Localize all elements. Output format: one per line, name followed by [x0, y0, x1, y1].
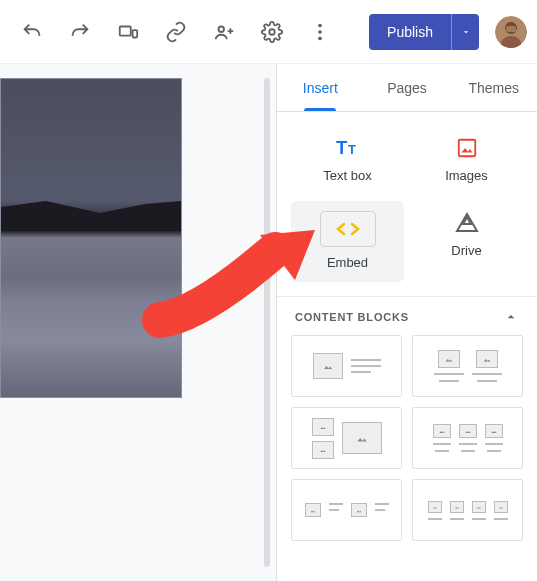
placeholder-image-icon — [459, 424, 477, 438]
block-layout-4[interactable] — [412, 407, 523, 469]
images-icon — [455, 136, 479, 160]
block-layout-2[interactable] — [412, 335, 523, 397]
svg-rect-1 — [133, 30, 138, 37]
section-content-blocks-label: CONTENT BLOCKS — [295, 311, 409, 323]
canvas-image[interactable] — [0, 78, 182, 398]
publish-dropdown[interactable] — [451, 14, 479, 50]
placeholder-image-icon — [438, 350, 460, 368]
placeholder-image-icon — [476, 350, 498, 368]
canvas-area[interactable] — [0, 64, 277, 581]
placeholder-image-icon — [351, 503, 367, 517]
section-content-blocks[interactable]: CONTENT BLOCKS — [277, 296, 537, 335]
block-layout-1[interactable] — [291, 335, 402, 397]
insert-images-label: Images — [445, 168, 488, 183]
block-layout-6[interactable] — [412, 479, 523, 541]
insert-textbox[interactable]: TT Text box — [291, 126, 404, 195]
insert-embed-label: Embed — [327, 255, 368, 270]
placeholder-image-icon — [472, 501, 486, 513]
publish-button-group: Publish — [369, 14, 479, 50]
svg-point-5 — [318, 30, 322, 34]
block-layout-3[interactable] — [291, 407, 402, 469]
placeholder-image-icon — [305, 503, 321, 517]
publish-button[interactable]: Publish — [369, 14, 451, 50]
insert-textbox-label: Text box — [323, 168, 371, 183]
svg-text:T: T — [348, 142, 356, 157]
placeholder-image-icon — [450, 501, 464, 513]
svg-point-2 — [219, 26, 225, 32]
tab-pages[interactable]: Pages — [364, 64, 451, 111]
link-icon[interactable] — [154, 10, 198, 54]
textbox-icon: TT — [336, 136, 360, 160]
insert-drive[interactable]: Drive — [410, 201, 523, 282]
block-layout-5[interactable] — [291, 479, 402, 541]
undo-icon[interactable] — [10, 10, 54, 54]
insert-drive-label: Drive — [451, 243, 481, 258]
side-panel: Insert Pages Themes TT Text box Images — [277, 64, 537, 581]
rule-vert — [264, 78, 270, 567]
share-icon[interactable] — [202, 10, 246, 54]
placeholder-image-icon — [312, 418, 334, 436]
preview-icon[interactable] — [106, 10, 150, 54]
panel-tabs: Insert Pages Themes — [277, 64, 537, 112]
toolbar: Publish — [0, 0, 537, 64]
content-blocks-grid — [277, 335, 537, 555]
placeholder-image-icon — [313, 353, 343, 379]
gear-icon[interactable] — [250, 10, 294, 54]
placeholder-image-icon — [433, 424, 451, 438]
svg-rect-10 — [506, 26, 516, 32]
tab-insert[interactable]: Insert — [277, 64, 364, 111]
insert-images[interactable]: Images — [410, 126, 523, 195]
insert-embed[interactable]: Embed — [291, 201, 404, 282]
drive-icon — [455, 211, 479, 235]
placeholder-image-icon — [312, 441, 334, 459]
avatar[interactable] — [495, 16, 527, 48]
more-icon[interactable] — [298, 10, 342, 54]
tab-themes[interactable]: Themes — [450, 64, 537, 111]
placeholder-image-icon — [485, 424, 503, 438]
svg-point-6 — [318, 36, 322, 40]
svg-point-3 — [269, 29, 275, 35]
svg-rect-0 — [120, 26, 131, 35]
placeholder-image-icon — [342, 422, 382, 454]
insert-grid: TT Text box Images Embed Drive — [277, 112, 537, 296]
redo-icon[interactable] — [58, 10, 102, 54]
svg-rect-13 — [458, 140, 475, 157]
publish-label: Publish — [387, 24, 433, 40]
embed-icon — [320, 211, 376, 247]
svg-point-4 — [318, 23, 322, 27]
svg-text:T: T — [336, 137, 348, 158]
placeholder-lines — [351, 359, 381, 373]
chevron-up-icon — [503, 309, 519, 325]
placeholder-image-icon — [494, 501, 508, 513]
placeholder-image-icon — [428, 501, 442, 513]
